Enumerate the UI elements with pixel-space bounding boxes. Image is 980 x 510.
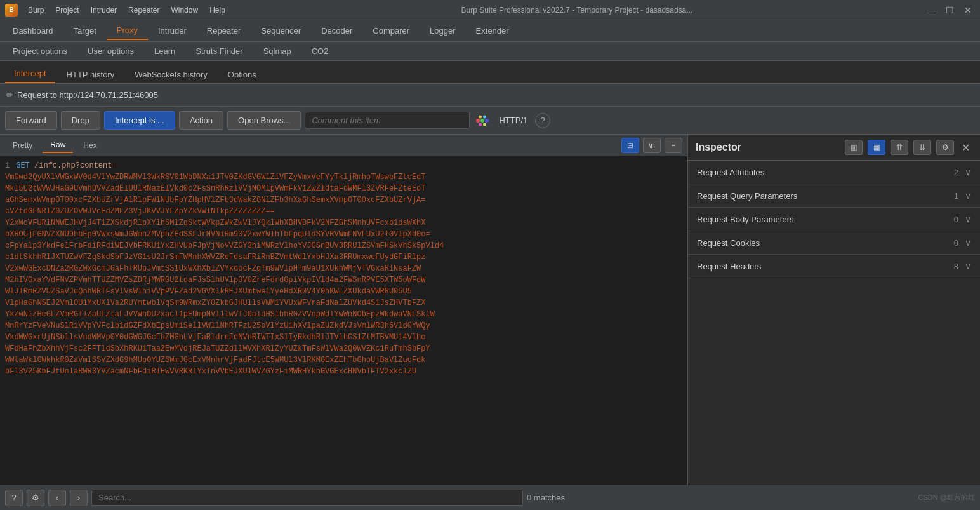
body-line: WlJlRmRZVUZSaVJuQnhWRTFsVlVsWlhiVVpPVFZa… xyxy=(5,286,682,297)
inspector-align-btn[interactable]: ⇈ xyxy=(891,140,908,155)
drop-button[interactable]: Drop xyxy=(61,111,100,130)
proxy-tab-options[interactable]: Options xyxy=(219,66,265,83)
http-version-label: HTTP/1 xyxy=(495,116,531,125)
svg-point-6 xyxy=(483,123,486,126)
request-url: Request to http://124.70.71.251:46005 xyxy=(17,90,158,100)
section-title-cookies: Request Cookies xyxy=(697,238,954,248)
body-line: cFpYalp3YkdFelFrbFdiRFdiWEJVbFRKU1YxZHVU… xyxy=(5,240,682,252)
left-pane: Pretty Raw Hex ⊟ \n ≡ 1GET /info.php?con… xyxy=(0,135,688,485)
menu-window[interactable]: Window xyxy=(166,4,203,17)
help-icon[interactable]: ? xyxy=(535,113,550,128)
inspector-view-btn-1[interactable]: ▥ xyxy=(845,140,863,155)
tab-user-options[interactable]: User options xyxy=(77,43,144,60)
section-count-request-attributes: 2 xyxy=(954,168,958,177)
tab-repeater[interactable]: Repeater xyxy=(197,22,251,39)
proxy-tabs: Intercept HTTP history WebSockets histor… xyxy=(0,61,980,84)
tab-decoder[interactable]: Decoder xyxy=(311,22,362,39)
request-bar: ✏ Request to http://124.70.71.251:46005 xyxy=(0,84,980,107)
tab-proxy[interactable]: Proxy xyxy=(107,22,148,40)
main-content: Pretty Raw Hex ⊟ \n ≡ 1GET /info.php?con… xyxy=(0,135,980,485)
nav-bar-1: Dashboard Target Proxy Intruder Repeater… xyxy=(0,20,980,42)
svg-point-3 xyxy=(479,115,482,118)
section-count-request-headers: 8 xyxy=(954,262,958,271)
section-body-parameters[interactable]: Request Body Parameters 0 ∨ xyxy=(688,208,980,231)
body-line: WWtaWklGWkhkR0ZaVmlSSVZXdG9hMUp0YUZSWmJG… xyxy=(5,354,682,366)
bottom-forward-button[interactable]: › xyxy=(70,490,88,506)
tab-target[interactable]: Target xyxy=(63,22,107,39)
action-button[interactable]: Action xyxy=(179,111,223,130)
inspector-sort-btn[interactable]: ⇊ xyxy=(913,140,931,155)
body-line: Vm0wd2QyUXlVWGxWV0d4VlYwZDRWMVl3WkRSV01W… xyxy=(5,171,682,183)
section-cookies[interactable]: Request Cookies 0 ∨ xyxy=(688,231,980,255)
inspector-close-button[interactable]: ✕ xyxy=(959,140,972,155)
forward-button[interactable]: Forward xyxy=(5,111,57,130)
chevron-icon-3: ∨ xyxy=(965,214,971,224)
inspector-view-btn-2[interactable]: ▦ xyxy=(868,140,885,155)
tab-extender[interactable]: Extender xyxy=(466,22,519,39)
menu-help[interactable]: Help xyxy=(204,4,230,17)
proxy-tab-http-history[interactable]: HTTP history xyxy=(58,66,124,83)
minimize-button[interactable]: — xyxy=(924,4,939,17)
copy-icon-btn[interactable]: ⊟ xyxy=(621,138,639,153)
menu-burp[interactable]: Burp xyxy=(23,4,49,17)
menu-project[interactable]: Project xyxy=(50,4,84,17)
section-request-attributes[interactable]: Request Attributes 2 ∨ xyxy=(688,161,980,184)
app-logo: B xyxy=(5,4,18,17)
body-line: M2hIVGxaYVdFNVZPVmhTTUZZMVZsZDRjMWR0U2to… xyxy=(5,274,682,286)
nav-bar-2: Project options User options Learn Strut… xyxy=(0,42,980,61)
tab-project-options[interactable]: Project options xyxy=(3,43,77,60)
proxy-tab-websockets[interactable]: WebSockets history xyxy=(126,66,216,83)
bottom-bar: ? ⚙ ‹ › 0 matches CSDN @红蓝的红 xyxy=(0,485,980,510)
body-line: c1dtSkhhRlJXTUZwVFZqSkdSbFJzVG1sU2JrSmFW… xyxy=(5,252,682,263)
intercept-button[interactable]: Intercept is ... xyxy=(104,111,175,130)
comment-input[interactable] xyxy=(305,112,470,129)
request-body[interactable]: 1GET /info.php?content= Vm0wd2QyUXlVWGxW… xyxy=(0,156,687,485)
edit-icon: ✏ xyxy=(6,90,13,100)
section-query-parameters[interactable]: Request Query Parameters 1 ∨ xyxy=(688,184,980,208)
maximize-button[interactable]: ☐ xyxy=(943,4,957,17)
tab-sequencer[interactable]: Sequencer xyxy=(251,22,311,39)
view-tab-raw[interactable]: Raw xyxy=(43,138,73,153)
tab-logger[interactable]: Logger xyxy=(420,22,465,39)
view-tabs: Pretty Raw Hex ⊟ \n ≡ xyxy=(0,135,687,156)
body-line: Mkl5U2tWVWJHaG9UVmhDVVZadElUUlRNazElVkd0… xyxy=(5,183,682,194)
title-bar: B Burp Project Intruder Repeater Window … xyxy=(0,0,980,20)
title-bar-menu: Burp Project Intruder Repeater Window He… xyxy=(23,4,230,17)
newline-icon-btn[interactable]: \n xyxy=(643,138,661,153)
proxy-tab-intercept[interactable]: Intercept xyxy=(5,65,55,83)
section-title-query-parameters: Request Query Parameters xyxy=(697,191,954,201)
view-tab-hex[interactable]: Hex xyxy=(76,138,104,152)
bottom-settings-button[interactable]: ⚙ xyxy=(27,490,44,506)
svg-point-0 xyxy=(476,119,480,123)
line-number: 1 xyxy=(5,161,10,170)
bottom-back-button[interactable]: ‹ xyxy=(48,490,66,506)
tab-intruder[interactable]: Intruder xyxy=(148,22,197,39)
chevron-icon-4: ∨ xyxy=(965,238,971,248)
chevron-icon-2: ∨ xyxy=(965,191,971,201)
tab-sqlmap[interactable]: Sqlmap xyxy=(253,43,301,60)
inspector-settings-btn[interactable]: ⚙ xyxy=(936,140,954,155)
section-count-body-parameters: 0 xyxy=(954,215,958,224)
wrap-icon-btn[interactable]: ≡ xyxy=(665,138,682,153)
window-title: Burp Suite Professional v2022.7 - Tempor… xyxy=(230,6,924,15)
tab-dashboard[interactable]: Dashboard xyxy=(3,22,63,39)
section-count-query-parameters: 1 xyxy=(954,191,958,201)
section-count-cookies: 0 xyxy=(954,238,958,248)
body-line: bFl3V25KbFJtUnlaRWR3YVZacmNFbFdiRlEwVVRK… xyxy=(5,366,682,377)
tab-struts-finder[interactable]: Struts Finder xyxy=(185,43,253,60)
body-line: WFdHaFhZbXhhVjFsc2FFTldSbXhRKU1Taa2EwMVd… xyxy=(5,343,682,354)
tab-learn[interactable]: Learn xyxy=(144,43,185,60)
match-count: 0 matches xyxy=(527,493,565,502)
section-request-headers[interactable]: Request Headers 8 ∨ xyxy=(688,255,980,278)
tab-comparer[interactable]: Comparer xyxy=(362,22,420,39)
close-button[interactable]: ✕ xyxy=(961,4,975,17)
menu-intruder[interactable]: Intruder xyxy=(86,4,122,17)
bottom-help-button[interactable]: ? xyxy=(5,490,23,506)
body-line: aGhSemxWVmpOT00xcFZXbUZrVjAlRlpFWlNUbFpY… xyxy=(5,194,682,206)
tab-co2[interactable]: CO2 xyxy=(301,43,339,60)
search-input[interactable] xyxy=(91,490,523,506)
open-browser-button[interactable]: Open Brows... xyxy=(227,111,301,130)
colorful-icon[interactable] xyxy=(473,112,491,130)
menu-repeater[interactable]: Repeater xyxy=(123,4,164,17)
view-tab-pretty[interactable]: Pretty xyxy=(5,138,40,152)
